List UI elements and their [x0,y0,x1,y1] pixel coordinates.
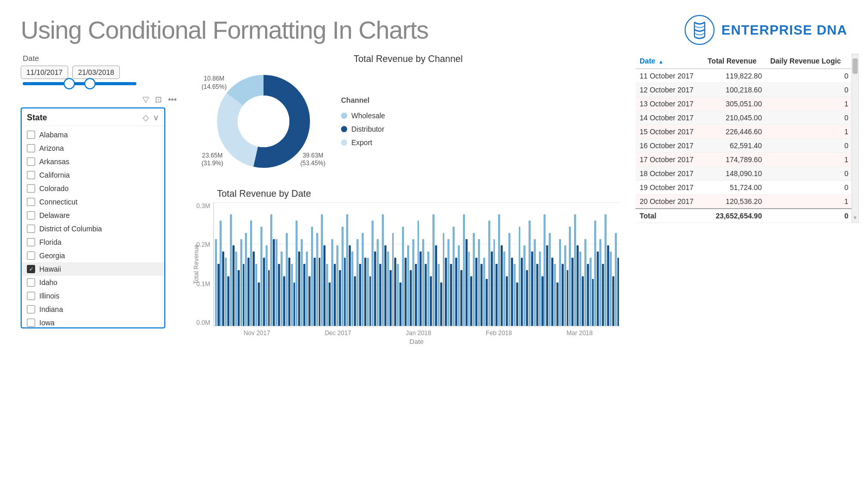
cell-revenue: 62,591.40 [704,139,766,153]
x-tick-jan: Jan 2018 [406,329,431,337]
bar-light [301,239,303,326]
scrollbar-arrow-down[interactable]: ▼ [853,215,858,221]
bar-dark [602,264,604,326]
state-item[interactable]: Arizona [22,141,164,155]
bar-chart-section: Total Revenue by Date Total Revenue 0.3M… [196,188,620,345]
state-name: California [39,171,70,179]
expand-icon[interactable]: ⊡ [155,95,162,104]
donut-wrapper: 10.86M(14.65%) 23.65M(31.9%) 39.63M(53.4… [196,70,331,173]
bar-group [463,214,468,326]
bar-group [447,239,452,326]
bar-dark [247,258,250,326]
filter-icon[interactable]: ▽ [143,95,149,104]
bar-group [382,214,386,326]
date-handle-left[interactable] [64,78,75,89]
state-item[interactable]: Illinois [22,289,164,303]
bar-chart-plot: Nov 2017 Dec 2017 Jan 2018 Feb 2018 Mar … [213,202,620,345]
table-row: 11 October 2017119,822.800 [636,69,853,83]
col-logic[interactable]: Daily Revenue Logic [766,54,853,69]
bar-dark [354,276,356,326]
bar-group [412,239,417,326]
bar-group [559,239,564,326]
bar-dark [592,279,594,326]
date-slider-track[interactable] [23,82,136,85]
bar-light [574,214,576,326]
state-name: Colorado [39,184,69,193]
bar-light [250,221,252,326]
date-handle-right[interactable] [84,78,96,89]
bar-group [407,245,412,326]
pin-icon[interactable]: ◇ [143,113,149,122]
bar-group [468,251,473,326]
bar-dark [238,270,240,326]
bar-light [311,227,313,326]
bar-group [590,258,594,326]
bar-group [291,264,296,326]
y-axis-label: Total Revenue [193,245,200,285]
state-item[interactable]: District of Columbia [22,222,164,235]
cell-date: 14 October 2017 [636,111,704,125]
bar-light [286,233,288,326]
bar-group [357,239,361,326]
bar-dark [450,264,452,326]
state-item[interactable]: Delaware [22,209,164,222]
date-start[interactable]: 11/10/2017 [21,66,68,79]
bar-dark [319,258,321,326]
bar-dark [364,258,366,326]
bar-dark [293,282,296,326]
bar-group [326,264,331,326]
bar-dark [344,258,346,326]
date-slicer-label: Date [23,54,181,62]
bar-dark [516,282,518,326]
state-item[interactable]: Connecticut [22,195,164,209]
state-item[interactable]: Indiana [22,303,164,316]
bar-dark [541,276,544,326]
state-item[interactable]: California [22,168,164,182]
bar-dark [430,276,432,326]
bar-light [336,245,338,326]
bar-dark [495,264,498,326]
bar-dark [577,245,579,326]
state-checkbox [27,144,35,152]
col-date[interactable]: Date ▲ [636,54,704,69]
bar-dark [303,264,305,326]
table-total-row: Total 23,652,654.90 0 [636,209,853,223]
cell-revenue: 210,045.00 [704,111,766,125]
state-item[interactable]: Georgia [22,249,164,262]
state-item[interactable]: Hawaii [22,262,164,276]
bar-light [331,239,333,326]
bar-dark [536,264,538,326]
date-end[interactable]: 21/03/2018 [72,66,120,79]
state-checkbox [27,278,35,287]
scrollbar-thumb[interactable] [853,58,858,74]
state-slicer-header: State ◇ ∨ [22,108,164,126]
col-revenue[interactable]: Total Revenue [704,54,766,69]
cell-revenue: 148,090.10 [704,167,766,181]
scrollbar[interactable]: ▼ [851,54,859,223]
bar-group [240,239,245,326]
bar-light [326,264,328,326]
bar-group [301,239,305,326]
donut-chart-title: Total Revenue by Channel [196,54,620,65]
state-slicer-list[interactable]: AlabamaArizonaArkansasCaliforniaColorado… [22,126,164,327]
bar-dark [410,270,412,326]
state-item[interactable]: Florida [22,235,164,249]
chevron-down-icon[interactable]: ∨ [153,113,159,122]
bar-dark [349,245,351,326]
state-item[interactable]: Arkansas [22,155,164,168]
bar-light [549,233,551,326]
date-slider-handles [64,78,96,89]
state-checkbox [27,319,35,327]
bar-group [544,214,548,326]
bar-dark [460,270,462,326]
state-item[interactable]: Colorado [22,182,164,195]
page-header: Using Conditional Formatting In Charts E… [0,0,868,54]
state-name: Georgia [39,251,65,260]
more-icon[interactable]: ••• [168,95,177,104]
bar-light [230,214,232,326]
state-item[interactable]: Iowa [22,316,164,327]
state-item[interactable]: Alabama [22,128,164,141]
bar-light [291,264,293,326]
state-item[interactable]: Idaho [22,276,164,289]
bar-dark [329,282,331,326]
